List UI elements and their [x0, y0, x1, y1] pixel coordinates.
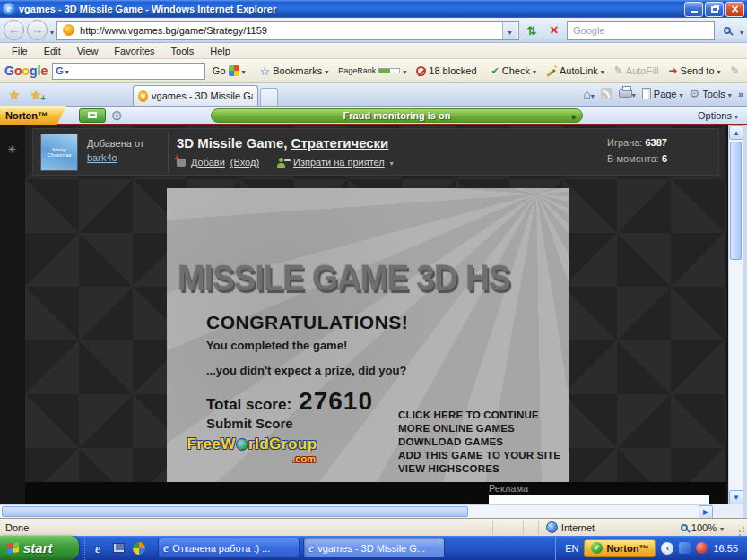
played-stat: Играна: 6387 [607, 137, 667, 148]
fraud-monitoring-status[interactable]: Fraud monitoring is on [211, 108, 583, 123]
resize-grip[interactable] [734, 522, 745, 533]
pagerank-button[interactable]: PageRank [335, 65, 409, 77]
task-label: vgames - 3D Missile G... [317, 543, 425, 554]
vertical-scrollbar[interactable] [728, 125, 743, 504]
page-menu-button[interactable]: Page [642, 88, 683, 99]
network-tray-icon[interactable] [679, 542, 691, 554]
google-search-field[interactable] [52, 63, 205, 80]
more-games-link[interactable]: MORE ONLINE GAMES [398, 423, 560, 434]
taskbar-task-1[interactable]: Откачена работа :) ... [158, 538, 300, 558]
menu-edit[interactable]: Edit [36, 46, 69, 56]
print-button[interactable] [619, 89, 636, 99]
freeworldgroup-logo[interactable]: FreeWrldGroup .com [176, 435, 328, 464]
menu-tools[interactable]: Tools [163, 46, 203, 56]
start-button[interactable]: start [0, 536, 79, 560]
completed-text: You completed the game! [206, 339, 347, 352]
google-apps-icon [229, 65, 239, 76]
download-games-link[interactable]: DOWNLOAD GAMES [398, 436, 560, 447]
status-cell [492, 521, 508, 535]
login-link[interactable]: (Вход) [230, 157, 259, 168]
command-bar: Page Tools [583, 83, 743, 106]
menu-favorites[interactable]: Favorites [106, 46, 162, 56]
chevron-down-icon[interactable] [720, 522, 724, 533]
scroll-right-button[interactable] [699, 505, 713, 519]
alert-tray-icon[interactable] [696, 542, 708, 554]
add-game-link[interactable]: Добави [191, 157, 225, 168]
search-input[interactable] [571, 24, 710, 37]
submit-score-link[interactable]: Submit Score [206, 416, 293, 431]
menu-view[interactable]: View [69, 46, 107, 56]
browser-window: e vgames - 3D Missile Game - Windows Int… [0, 0, 747, 560]
url-dropdown-button[interactable] [502, 22, 517, 39]
chevron-down-icon[interactable] [390, 157, 394, 168]
menu-help[interactable]: Help [202, 46, 239, 56]
chevron-down-icon [571, 110, 575, 121]
close-button[interactable] [725, 2, 744, 17]
continue-link[interactable]: CLICK HERE TO CONTINUE [398, 409, 560, 420]
added-by-user-link[interactable]: bark4o [87, 152, 117, 163]
logo-letter: o [22, 64, 30, 78]
popup-blocker-button[interactable]: 18 blocked [413, 65, 479, 77]
refresh-button[interactable] [522, 21, 542, 40]
add-game-to-site-link[interactable]: ADD THIS GAME TO YOUR SITE [398, 450, 560, 461]
horizontal-scrollbar[interactable] [0, 504, 713, 518]
window-titlebar[interactable]: e vgames - 3D Missile Game - Windows Int… [0, 0, 747, 18]
favorites-center-button[interactable] [4, 85, 25, 105]
norton-safe-web-button[interactable] [79, 108, 106, 123]
game-flash-area[interactable]: MISSILE GAME 3D HS CONGRATULATIONS! You … [167, 188, 569, 482]
back-button[interactable]: ← [4, 20, 24, 40]
restore-button[interactable] [705, 2, 724, 17]
address-field[interactable] [56, 21, 519, 40]
google-search-input[interactable] [71, 65, 202, 77]
globe-icon[interactable] [111, 108, 123, 124]
toolbar-overflow-icon[interactable] [738, 89, 743, 99]
add-favorite-button[interactable]: + [25, 85, 47, 105]
spellcheck-button[interactable]: Check [489, 65, 539, 78]
google-go-button[interactable]: Go [210, 65, 248, 77]
search-box[interactable] [567, 21, 715, 40]
ie-quicklaunch-icon[interactable] [91, 541, 105, 556]
send-to-friend-link[interactable]: Изпрати на приятел [293, 157, 385, 168]
language-indicator[interactable]: EN [565, 543, 578, 554]
zoom-control[interactable]: 100% [673, 521, 731, 535]
asterisk-icon [7, 143, 16, 156]
taskbar-clock[interactable]: 16:55 [713, 543, 738, 554]
home-button[interactable] [583, 87, 594, 101]
scroll-down-button[interactable] [729, 490, 743, 504]
player-icon [133, 542, 145, 555]
new-tab-button[interactable] [260, 88, 278, 106]
category-link[interactable]: Стратегически [291, 135, 389, 151]
norton-options-button[interactable]: Options [698, 110, 747, 121]
ie-icon [163, 541, 169, 556]
horizontal-scrollbar-thumb[interactable] [2, 506, 468, 517]
tray-collapse-icon[interactable] [661, 542, 673, 555]
taskbar-task-2[interactable]: vgames - 3D Missile G... [303, 538, 445, 558]
tools-menu-button[interactable]: Tools [690, 87, 732, 100]
media-player-icon[interactable] [132, 541, 146, 556]
send-to-button[interactable]: Send to [666, 64, 724, 78]
bookmarks-button[interactable]: Bookmarks [257, 64, 332, 79]
search-options-dropdown-icon[interactable] [740, 22, 743, 39]
history-dropdown-icon[interactable] [50, 22, 54, 39]
stop-button[interactable] [544, 21, 564, 40]
scroll-up-button[interactable] [729, 125, 743, 140]
ad-banner[interactable] [489, 495, 709, 504]
url-input[interactable] [78, 24, 502, 37]
norton-tray-button[interactable]: Norton™ [584, 539, 656, 557]
minimize-button[interactable] [684, 2, 703, 17]
restore-icon [711, 6, 718, 13]
menu-file[interactable]: File [4, 46, 36, 56]
page-content: Merry Christmas Добавена от bark4o 3D Mi… [0, 125, 747, 518]
status-cell [508, 521, 523, 535]
search-go-button[interactable] [717, 21, 737, 40]
autolink-button[interactable]: AutoLink [543, 65, 607, 77]
forward-button[interactable]: → [27, 20, 48, 40]
tab-vgames[interactable]: V vgames - 3D Missile Game [133, 85, 258, 106]
game-thumbnail[interactable]: Merry Christmas [40, 134, 78, 171]
chevron-down-icon[interactable] [65, 65, 69, 76]
google-logo[interactable]: Google [4, 64, 48, 79]
vertical-scrollbar-thumb[interactable] [730, 142, 742, 260]
page-label: Page [654, 89, 677, 99]
view-highscores-link[interactable]: VIEW HIGHSCORES [398, 463, 560, 474]
show-desktop-icon[interactable] [111, 541, 126, 556]
